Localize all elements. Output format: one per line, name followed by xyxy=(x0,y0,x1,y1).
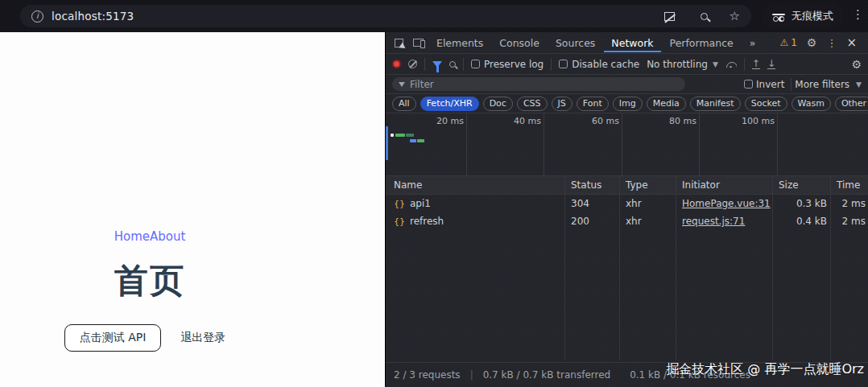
devtools-panel: Elements Console Sources Network Perform… xyxy=(385,32,868,387)
timeline-label-20ms: 20 ms xyxy=(422,116,464,126)
tab-sources[interactable]: Sources xyxy=(548,33,602,52)
network-overview-timeline[interactable]: 20 ms 40 ms 60 ms 80 ms 100 ms xyxy=(386,113,868,176)
browser-toolbar: i localhost:5173 ☆ 无痕模式 ⋮ xyxy=(0,0,868,32)
issues-warning-badge[interactable]: ⚠1 xyxy=(779,37,796,48)
pill-img[interactable]: Img xyxy=(613,97,643,111)
filter-toggle-icon[interactable] xyxy=(432,61,442,68)
preserve-log-label: Preserve log xyxy=(484,59,544,70)
col-header-type[interactable]: Type xyxy=(619,179,676,191)
throttling-dropdown[interactable]: No throttling ▼ xyxy=(647,59,718,70)
request-status: 304 xyxy=(564,198,619,209)
watermark-text: 掘金技术社区 @ 再学一点就睡Orz xyxy=(666,361,864,378)
test-api-button[interactable]: 点击测试 API xyxy=(64,324,162,352)
pill-other[interactable]: Other xyxy=(835,97,868,111)
col-header-status[interactable]: Status xyxy=(564,179,619,191)
timeline-label-40ms: 40 ms xyxy=(499,116,541,126)
col-header-name[interactable]: Name xyxy=(386,179,564,191)
search-icon[interactable] xyxy=(696,13,712,20)
url-text[interactable]: localhost:5173 xyxy=(52,10,134,23)
request-row-api1[interactable]: {} api1 304 xhr HomePage.vue:31 0.3 kB 2… xyxy=(386,195,868,212)
col-header-initiator[interactable]: Initiator xyxy=(676,179,772,191)
network-settings-icon[interactable]: ⚙ xyxy=(851,58,862,71)
disable-cache-label: Disable cache xyxy=(572,59,639,70)
incognito-spy-icon xyxy=(772,12,785,20)
network-search-icon[interactable] xyxy=(449,61,456,68)
tab-network[interactable]: Network xyxy=(604,33,660,52)
incognito-label: 无痕模式 xyxy=(792,9,833,23)
pill-font[interactable]: Font xyxy=(577,97,609,111)
devtools-menu-icon[interactable]: ⋮ xyxy=(826,37,837,49)
clear-network-log-icon[interactable] xyxy=(408,60,417,68)
col-header-size[interactable]: Size xyxy=(772,179,830,191)
more-filters-caret-icon: ▼ xyxy=(856,80,862,89)
invert-label: Invert xyxy=(756,79,784,90)
timeline-label-60ms: 60 ms xyxy=(577,116,619,126)
browser-menu-icon[interactable]: ⋮ xyxy=(852,7,864,22)
tab-elements[interactable]: Elements xyxy=(429,33,490,52)
pill-css[interactable]: CSS xyxy=(517,97,548,111)
router-nav: HomeAbout xyxy=(0,229,300,244)
request-name: refresh xyxy=(410,216,444,227)
devtools-close-icon[interactable]: × xyxy=(846,35,857,50)
disable-cache-checkbox[interactable] xyxy=(559,60,568,68)
filter-funnel-icon xyxy=(399,82,405,87)
device-toolbar-icon[interactable] xyxy=(409,39,428,47)
pill-fetch-xhr[interactable]: Fetch/XHR xyxy=(420,97,479,111)
request-size: 0.3 kB xyxy=(772,198,830,209)
preserve-log-checkbox[interactable] xyxy=(471,60,480,68)
timeline-label-100ms: 100 ms xyxy=(733,116,775,126)
network-conditions-icon[interactable] xyxy=(725,60,737,68)
waterfall-bar xyxy=(417,139,424,142)
address-bar[interactable]: i localhost:5173 ☆ xyxy=(20,5,751,27)
network-filter-row: Filter Invert More filters ▼ xyxy=(386,75,868,94)
bookmark-star-icon[interactable]: ☆ xyxy=(730,10,740,23)
site-info-icon[interactable]: i xyxy=(31,10,43,23)
waterfall-bar xyxy=(391,134,394,137)
import-har-icon[interactable]: ↑ xyxy=(752,60,760,69)
timeline-label-80ms: 80 ms xyxy=(655,116,696,126)
waterfall-bar xyxy=(406,134,414,137)
filter-placeholder: Filter xyxy=(410,79,434,90)
devtools-settings-icon[interactable]: ⚙ xyxy=(807,36,817,49)
logout-button[interactable]: 退出登录 xyxy=(171,325,235,351)
request-initiator-link[interactable]: HomePage.vue:31 xyxy=(682,198,771,209)
request-type: xhr xyxy=(619,198,676,209)
json-file-icon: {} xyxy=(394,199,405,209)
page-title: 首页 xyxy=(0,258,300,303)
request-time: 2 ms xyxy=(830,198,868,209)
pill-doc[interactable]: Doc xyxy=(483,97,513,111)
pill-wasm[interactable]: Wasm xyxy=(792,97,831,111)
invert-checkbox[interactable] xyxy=(744,80,753,89)
resource-type-filters: All Fetch/XHR Doc CSS JS Font Img Media … xyxy=(386,94,868,113)
filter-input[interactable]: Filter xyxy=(392,77,685,91)
nav-link-home[interactable]: Home xyxy=(114,229,150,244)
pill-media[interactable]: Media xyxy=(647,97,686,111)
waterfall-bar xyxy=(395,134,405,137)
more-filters-dropdown[interactable]: More filters xyxy=(795,79,849,90)
incognito-badge: 无痕模式 xyxy=(762,4,844,28)
record-network-log-icon[interactable] xyxy=(392,60,401,68)
more-tabs-icon[interactable]: » xyxy=(742,33,763,52)
inspect-element-icon[interactable] xyxy=(391,39,407,47)
col-header-time[interactable]: Time xyxy=(830,179,868,191)
nav-link-about[interactable]: About xyxy=(150,229,185,244)
request-name: api1 xyxy=(410,198,431,209)
pill-all[interactable]: All xyxy=(392,97,416,111)
waterfall-bar xyxy=(410,139,416,142)
export-har-icon[interactable]: ↓ xyxy=(767,60,775,69)
request-row-refresh[interactable]: {} refresh 200 xhr request.js:71 0.4 kB … xyxy=(386,212,868,230)
pill-socket[interactable]: Socket xyxy=(745,97,787,111)
pill-js[interactable]: JS xyxy=(552,97,572,111)
devtools-tabbar: Elements Console Sources Network Perform… xyxy=(386,32,868,54)
pill-manifest[interactable]: Manifest xyxy=(690,97,741,111)
send-to-device-icon[interactable] xyxy=(660,12,679,21)
tab-console[interactable]: Console xyxy=(492,33,547,52)
network-toolbar: Preserve log Disable cache No throttling… xyxy=(386,54,868,75)
summary-requests: 2 / 3 requests xyxy=(394,369,461,381)
tab-performance[interactable]: Performance xyxy=(663,33,741,52)
request-type: xhr xyxy=(619,216,676,227)
request-initiator-link[interactable]: request.js:71 xyxy=(682,216,745,227)
overview-selection-edge xyxy=(386,126,388,160)
request-status: 200 xyxy=(564,216,619,227)
summary-transferred: 0.7 kB / 0.7 kB transferred xyxy=(483,369,611,381)
